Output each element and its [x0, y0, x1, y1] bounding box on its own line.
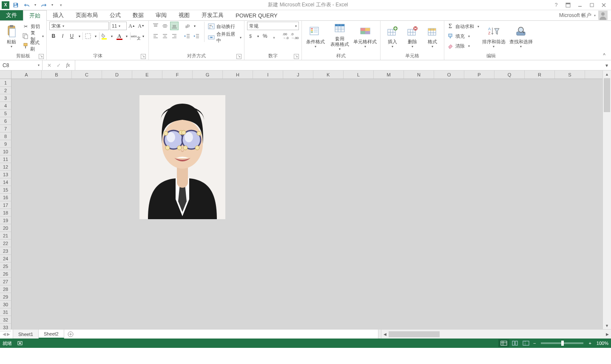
increase-decimal-icon[interactable]: .00→.0: [281, 32, 290, 40]
comma-format-icon[interactable]: ,: [270, 32, 278, 40]
delete-cells-button[interactable]: 删除▾: [403, 22, 421, 51]
increase-font-icon[interactable]: A▲: [128, 22, 136, 30]
decrease-decimal-icon[interactable]: .0→.00: [290, 32, 299, 40]
italic-button[interactable]: I: [59, 32, 67, 40]
underline-dropdown[interactable]: ▾: [77, 32, 82, 40]
align-right-icon[interactable]: [170, 32, 179, 40]
fill-button[interactable]: 填充▾: [447, 31, 479, 41]
align-left-icon[interactable]: [151, 32, 160, 40]
bold-button[interactable]: B: [49, 32, 58, 40]
formulas-tab[interactable]: 公式: [104, 10, 127, 20]
row-header[interactable]: 2: [0, 87, 11, 94]
row-header[interactable]: 31: [0, 308, 11, 316]
row-header[interactable]: 17: [0, 201, 11, 209]
borders-dropdown[interactable]: ▾: [93, 32, 98, 40]
row-header[interactable]: 14: [0, 178, 11, 186]
row-header[interactable]: 12: [0, 163, 11, 171]
phonetic-button[interactable]: wén文: [131, 32, 140, 40]
new-sheet-button[interactable]: [64, 330, 77, 339]
row-header[interactable]: 33: [0, 324, 11, 331]
help-icon[interactable]: ?: [551, 0, 562, 10]
fx-icon[interactable]: fx: [65, 62, 71, 68]
minimize-icon[interactable]: [574, 0, 585, 10]
row-header[interactable]: 28: [0, 285, 11, 293]
embedded-image[interactable]: [139, 95, 225, 219]
row-header[interactable]: 11: [0, 155, 11, 163]
font-name-combo[interactable]: 宋体▾: [49, 22, 109, 30]
cancel-formula-icon[interactable]: ✕: [46, 62, 53, 68]
zoom-slider[interactable]: [541, 342, 583, 344]
row-header[interactable]: 5: [0, 110, 11, 117]
borders-button[interactable]: [84, 32, 92, 40]
clipboard-dialog-launcher[interactable]: ↘: [39, 54, 44, 59]
sheet-next-icon[interactable]: ▶: [7, 332, 10, 336]
column-header[interactable]: H: [223, 71, 253, 79]
row-header[interactable]: 26: [0, 270, 11, 278]
cells-area[interactable]: [11, 79, 602, 329]
insert-cells-button[interactable]: 插入▾: [383, 22, 401, 51]
row-header[interactable]: 6: [0, 117, 11, 125]
vertical-scroll-thumb[interactable]: [604, 78, 610, 112]
column-header[interactable]: J: [283, 71, 313, 79]
column-headers[interactable]: ABCDEFGHIJKLMNOPQRS: [11, 71, 602, 79]
horizontal-scrollbar[interactable]: ◀ ▶: [381, 330, 611, 339]
ribbon-display-icon[interactable]: [563, 0, 574, 10]
paste-button[interactable]: 粘贴 ▾: [3, 22, 20, 51]
percent-format-icon[interactable]: %: [261, 32, 269, 40]
column-header[interactable]: F: [162, 71, 193, 79]
row-header[interactable]: 23: [0, 247, 11, 255]
name-box[interactable]: C8▾: [0, 60, 43, 70]
data-tab[interactable]: 数据: [127, 10, 150, 20]
zoom-level[interactable]: 100%: [597, 341, 608, 346]
row-header[interactable]: 19: [0, 217, 11, 224]
row-header[interactable]: 1: [0, 79, 11, 87]
redo-icon[interactable]: [39, 0, 48, 10]
sheet-tab-2[interactable]: Sheet2: [39, 330, 64, 339]
accounting-dropdown[interactable]: ▾: [256, 32, 260, 40]
format-as-table-button[interactable]: 套用 表格格式▾: [329, 22, 351, 51]
orientation-dropdown[interactable]: ▾: [192, 22, 197, 30]
normal-view-icon[interactable]: [498, 339, 509, 347]
undo-dropdown-icon[interactable]: ▾: [33, 0, 37, 10]
enter-formula-icon[interactable]: ✓: [55, 62, 62, 68]
power-query-tab[interactable]: POWER QUERY: [230, 10, 284, 20]
row-header[interactable]: 18: [0, 209, 11, 217]
page-break-view-icon[interactable]: [520, 339, 531, 347]
increase-indent-icon[interactable]: [192, 32, 201, 40]
format-painter-button[interactable]: 格式刷: [22, 41, 44, 51]
column-header[interactable]: Q: [494, 71, 525, 79]
row-header[interactable]: 29: [0, 293, 11, 301]
view-tab[interactable]: 视图: [173, 10, 196, 20]
qat-customize-icon[interactable]: ▾: [56, 0, 65, 10]
column-header[interactable]: K: [313, 71, 344, 79]
find-select-button[interactable]: 查找和选择▾: [508, 22, 534, 51]
decrease-indent-icon[interactable]: [183, 32, 191, 40]
decrease-font-icon[interactable]: A▼: [137, 22, 145, 30]
accounting-format-icon[interactable]: $: [247, 32, 255, 40]
column-header[interactable]: D: [102, 71, 132, 79]
row-header[interactable]: 16: [0, 194, 11, 201]
page-layout-tab[interactable]: 页面布局: [70, 10, 104, 20]
column-header[interactable]: P: [464, 71, 494, 79]
wrap-text-button[interactable]: abc自动换行: [208, 22, 242, 31]
horizontal-scroll-thumb[interactable]: [389, 331, 440, 337]
account-area[interactable]: Microsoft 帐户 ▾: [559, 10, 611, 20]
row-header[interactable]: 13: [0, 171, 11, 178]
column-header[interactable]: L: [344, 71, 374, 79]
fill-color-button[interactable]: [100, 32, 109, 40]
format-cells-button[interactable]: 格式▾: [423, 22, 441, 51]
developer-tab[interactable]: 开发工具: [196, 10, 230, 20]
align-top-icon[interactable]: [151, 22, 160, 30]
orientation-icon[interactable]: ab: [183, 22, 191, 30]
column-header[interactable]: E: [132, 71, 162, 79]
row-header[interactable]: 25: [0, 262, 11, 270]
row-header[interactable]: 32: [0, 316, 11, 324]
sheet-prev-icon[interactable]: ◀: [3, 332, 6, 336]
merge-center-button[interactable]: 合并后居中▾: [208, 33, 242, 42]
column-header[interactable]: R: [525, 71, 555, 79]
page-layout-view-icon[interactable]: [509, 339, 520, 347]
font-size-combo[interactable]: 11▾: [110, 22, 127, 30]
font-color-dropdown[interactable]: ▾: [124, 32, 129, 40]
autosum-button[interactable]: Σ自动求和▾: [447, 22, 479, 31]
clear-button[interactable]: 清除▾: [447, 41, 479, 51]
